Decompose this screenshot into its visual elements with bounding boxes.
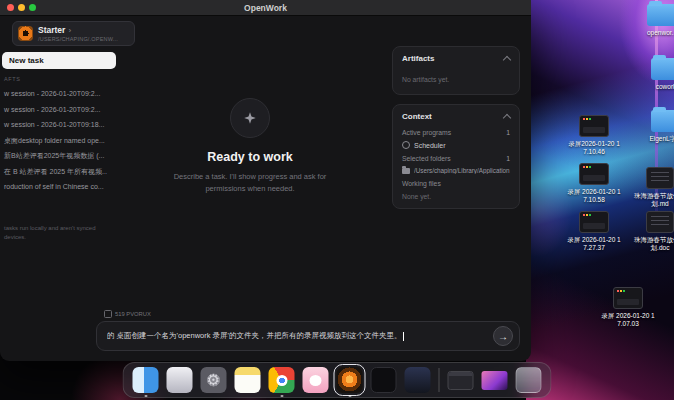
- document-icon: [646, 167, 674, 189]
- dock-divider: [439, 368, 440, 392]
- desktop-recording-file[interactable]: 录屏 2026-01-20 17.10.58: [566, 160, 622, 204]
- image-preview-icon[interactable]: [482, 371, 508, 390]
- folder-icon: [402, 168, 410, 174]
- workspace-path: /USERS/CHAPING/.OPENW...: [38, 36, 118, 42]
- running-indicator: [145, 395, 148, 398]
- zoom-window-button[interactable]: [29, 4, 36, 11]
- active-programs-count: 1: [506, 129, 510, 136]
- minimize-window-button[interactable]: [18, 4, 25, 11]
- desktop-doc-file[interactable]: 珠海游春节放假规划.doc: [632, 208, 674, 252]
- session-list-item[interactable]: w session - 2026-01-20T09:2...: [0, 86, 107, 102]
- folder-path: /Users/chaping/Library/Application Supp.…: [414, 167, 510, 174]
- artifacts-header[interactable]: Artifacts: [393, 47, 519, 68]
- chrome-icon[interactable]: [269, 367, 295, 393]
- running-indicator: [281, 395, 284, 398]
- artifacts-card: Artifacts No artifacts yet.: [392, 46, 520, 95]
- running-indicator: [349, 395, 352, 398]
- chevron-right-icon: ›: [68, 26, 71, 35]
- desktop-folder[interactable]: EigenL字幕: [638, 106, 674, 143]
- screen-recording-icon: [579, 211, 609, 233]
- notes-icon[interactable]: [235, 367, 261, 393]
- context-title: Context: [402, 112, 432, 121]
- session-list-item[interactable]: 在 B 站差评看 2025 年所有视频...: [0, 164, 107, 180]
- sidebar-footer-note: tasks run locally and aren't synced devi…: [4, 224, 114, 243]
- attachment-icon: [104, 310, 112, 318]
- screen-recording-icon: [579, 115, 609, 137]
- selected-folders-row: Selected folders 1: [393, 152, 519, 165]
- folder-icon: [651, 58, 674, 80]
- selected-folder-item[interactable]: /Users/chaping/Library/Application Supp.…: [393, 165, 519, 177]
- new-task-button[interactable]: New task: [2, 52, 116, 69]
- session-list-item[interactable]: w session - 2026-01-20T09:2...: [0, 102, 107, 118]
- minimized-window-preview[interactable]: [448, 371, 474, 390]
- workspace-name: Starter: [38, 25, 65, 35]
- finder-icon[interactable]: [133, 367, 159, 393]
- composer-context-chip[interactable]: 519 PVORUX: [104, 310, 151, 318]
- chevron-up-icon: [503, 55, 511, 63]
- launchpad-icon[interactable]: [167, 367, 193, 393]
- ready-title: Ready to work: [110, 150, 390, 164]
- scheduler-item[interactable]: Scheduler: [393, 139, 519, 152]
- screen-recording-icon: [613, 287, 643, 309]
- code-app-icon[interactable]: [405, 367, 431, 393]
- desktop-recording-file[interactable]: 录屏2026-01-20 17.10.46: [566, 112, 622, 156]
- active-programs-row: Active programs 1: [393, 126, 519, 139]
- system-settings-icon[interactable]: ⚙: [201, 367, 227, 393]
- sidebar-section-label: AFTS: [4, 76, 20, 82]
- artifacts-empty-text: No artifacts yet.: [402, 76, 449, 83]
- sparkle-orb-icon: [230, 98, 270, 138]
- terminal-icon[interactable]: [371, 367, 397, 393]
- desktop-folder[interactable]: openwor...: [634, 0, 674, 37]
- empty-state: Ready to work Describe a task. I'll show…: [110, 98, 390, 194]
- task-input-text: 的 桌面创建一个名为'openwork 录屏'的文件夹，并把所有的录屏视频放到这…: [107, 331, 402, 341]
- task-input[interactable]: 的 桌面创建一个名为'openwork 录屏'的文件夹，并把所有的录屏视频放到这…: [96, 321, 520, 351]
- desktop-folder[interactable]: cowork: [638, 54, 674, 91]
- context-card: Context Active programs 1 Scheduler Sele…: [392, 104, 520, 209]
- traffic-lights: [7, 4, 36, 11]
- session-list-item[interactable]: 新B站差评看2025年视频数据 (...: [0, 148, 107, 164]
- desktop-recording-file[interactable]: 录屏 2026-01-20 17.27.37: [566, 208, 622, 252]
- context-header[interactable]: Context: [393, 105, 519, 126]
- document-icon: [646, 211, 674, 233]
- dock: ⚙: [123, 362, 552, 398]
- workspace-switcher[interactable]: Starter › /USERS/CHAPING/.OPENW...: [12, 21, 135, 46]
- working-files-row: Working files: [393, 177, 519, 190]
- window-titlebar[interactable]: OpenWork: [0, 0, 531, 16]
- session-list-item[interactable]: w session - 2026-01-20T09:18...: [0, 117, 107, 133]
- folder-icon: [651, 110, 674, 132]
- folder-icon: [647, 4, 674, 26]
- ready-subtitle: Describe a task. I'll show progress and …: [160, 171, 340, 194]
- window-content: Starter › /USERS/CHAPING/.OPENW... New t…: [0, 16, 531, 361]
- artifacts-title: Artifacts: [402, 54, 434, 63]
- screen-recording-icon: [579, 163, 609, 185]
- desktop-doc-file[interactable]: 珠海游春节放假规划.md: [632, 164, 674, 208]
- openwork-dock-icon[interactable]: [337, 367, 363, 393]
- session-list-item[interactable]: 桌面desktop folder named ope...: [0, 133, 107, 149]
- session-list: w session - 2026-01-20T09:2... w session…: [0, 86, 107, 195]
- close-window-button[interactable]: [7, 4, 14, 11]
- selected-folders-count: 1: [506, 155, 510, 162]
- text-cursor: [403, 332, 404, 341]
- working-files-empty: None yet.: [393, 190, 519, 208]
- chevron-up-icon: [503, 113, 511, 121]
- openwork-window: OpenWork Starter › /USERS/CHAPING/.OPENW…: [0, 0, 531, 361]
- send-button[interactable]: →: [493, 326, 513, 346]
- window-title: OpenWork: [244, 3, 287, 13]
- openwork-logo-icon: [18, 26, 33, 41]
- cat-app-icon[interactable]: [303, 367, 329, 393]
- right-panel: Artifacts No artifacts yet. Context Acti…: [392, 46, 520, 218]
- scheduler-icon: [402, 141, 410, 149]
- desktop-recording-file[interactable]: 录屏 2026-01-20 17.07.03: [600, 284, 656, 328]
- session-list-item[interactable]: roduction of self in Chinese co...: [0, 179, 107, 195]
- trash-icon[interactable]: [516, 367, 542, 393]
